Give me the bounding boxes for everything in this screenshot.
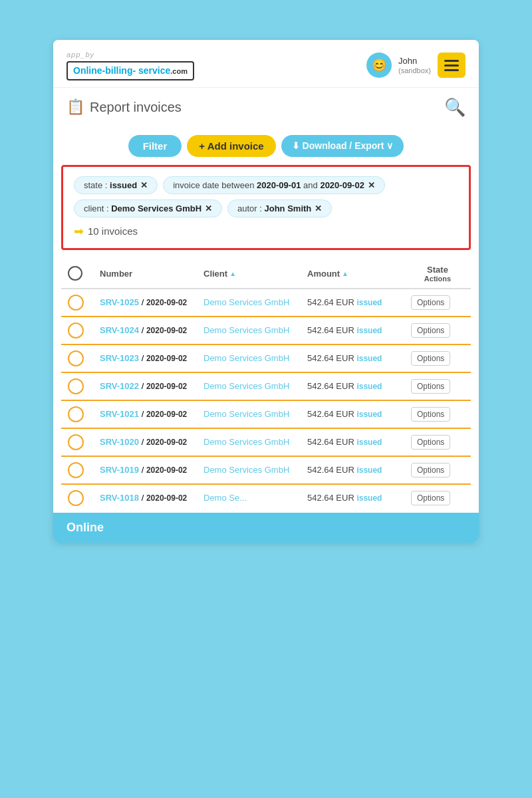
invoice-state-0: issued [356,298,382,307]
invoice-client-6: Demo Services GmbH [203,465,307,475]
invoice-link-5[interactable]: SRV-1020 [100,437,139,447]
row-select-3[interactable] [68,378,100,394]
download-export-button[interactable]: ⬇ Download / Export ∨ [281,135,404,157]
options-button-1[interactable]: Options [411,323,450,338]
client-filter-remove-icon[interactable]: ✕ [205,203,212,213]
row-select-5[interactable] [68,434,100,450]
invoice-actions-6: Options [411,463,464,477]
options-button-3[interactable]: Options [411,379,450,394]
invoice-number-5: SRV-1020 / 2020-09-02 [100,437,203,447]
col-state-label-wrap: State [427,265,448,275]
state-filter-remove-icon[interactable]: ✕ [140,180,148,190]
options-button-4[interactable]: Options [411,407,450,422]
invoice-link-0[interactable]: SRV-1025 [100,297,139,307]
col-state-label: State [427,265,448,275]
invoice-client-5: Demo Services GmbH [203,437,307,447]
autor-filter-remove-icon[interactable]: ✕ [315,203,322,213]
col-header-client[interactable]: Client ▲ [203,269,307,279]
table-row: SRV-1023 / 2020-09-02 Demo Services GmbH… [61,345,471,373]
client-sort-icon: ▲ [229,270,236,277]
invoice-amount-4: 542.64 EUR issued [307,409,411,419]
select-all-checkbox[interactable] [68,266,82,281]
menu-line3 [444,69,459,71]
logo-section: app_by Online-billing- service.com [66,51,194,80]
menu-button[interactable] [438,53,466,78]
options-button-6[interactable]: Options [411,463,450,477]
invoice-client-7: Demo Se... [203,493,307,503]
search-icon[interactable]: 🔍 [444,97,466,118]
invoice-client-3: Demo Services GmbH [203,381,307,391]
row-select-4[interactable] [68,406,100,422]
app-by-label: app_by [66,51,194,59]
invoice-date-5: 2020-09-02 [146,438,187,447]
invoice-amount-6: 542.64 EUR issued [307,465,411,475]
invoice-count-label: 10 invoices [88,225,138,237]
col-header-amount[interactable]: Amount ▲ [307,269,411,279]
invoice-client-4: Demo Services GmbH [203,409,307,419]
invoice-amount-5: 542.64 EUR issued [307,437,411,447]
invoice-actions-1: Options [411,323,464,338]
autor-filter-label: autor : John Smith [237,203,311,213]
user-name: John [398,56,431,66]
invoice-link-2[interactable]: SRV-1023 [100,353,139,363]
options-button-2[interactable]: Options [411,351,450,366]
invoice-state-7: issued [356,493,382,503]
user-info: John (sandbox) [398,56,431,75]
invoice-state-1: issued [356,326,382,335]
date-filter-remove-icon[interactable]: ✕ [368,180,375,190]
options-button-0[interactable]: Options [411,295,450,310]
invoice-number-0: SRV-1025 / 2020-09-02 [100,297,203,307]
col-number-label: Number [100,269,132,279]
invoice-number-1: SRV-1024 / 2020-09-02 [100,325,203,335]
invoice-link-7[interactable]: SRV-1018 [100,493,139,503]
invoice-amount-3: 542.64 EUR issued [307,381,411,391]
menu-line2 [444,65,459,66]
logo-com: .com [170,67,188,75]
menu-line1 [444,60,459,62]
options-button-7[interactable]: Options [411,491,450,505]
client-filter-tag[interactable]: client : Demo Services GmbH ✕ [74,200,222,217]
invoice-date-0: 2020-09-02 [146,298,187,307]
invoice-date-6: 2020-09-02 [146,466,187,475]
page-title-bar: 📋 Report invoices 🔍 [53,87,479,127]
arrow-right-icon: ➡ [74,224,84,239]
invoice-link-1[interactable]: SRV-1024 [100,325,139,335]
invoice-state-5: issued [356,438,382,447]
table-rows: SRV-1025 / 2020-09-02 Demo Services GmbH… [61,289,471,511]
logo-line2: service [138,65,170,76]
row-select-0[interactable] [68,295,100,311]
invoice-amount-2: 542.64 EUR issued [307,353,411,363]
col-header-select [68,266,100,281]
date-filter-tag[interactable]: invoice date between 2020-09-01 and 2020… [163,176,385,194]
header: app_by Online-billing- service.com 😊 Joh… [53,40,479,87]
invoice-link-4[interactable]: SRV-1021 [100,409,139,419]
page-title-text: Report invoices [90,100,182,115]
autor-filter-tag[interactable]: autor : John Smith ✕ [227,200,332,217]
user-avatar: 😊 [366,53,392,78]
col-client-label: Client [203,269,227,279]
table-row: SRV-1022 / 2020-09-02 Demo Services GmbH… [61,373,471,401]
invoice-actions-0: Options [411,295,464,310]
row-select-1[interactable] [68,323,100,338]
filter-button[interactable]: Filter [128,135,182,157]
amount-sort-icon: ▲ [342,270,348,277]
invoice-link-6[interactable]: SRV-1019 [100,465,139,475]
invoice-date-2: 2020-09-02 [146,354,187,363]
invoice-actions-5: Options [411,435,464,450]
row-select-2[interactable] [68,350,100,366]
invoice-count: ➡ 10 invoices [74,224,458,239]
invoice-amount-0: 542.64 EUR issued [307,297,411,307]
col-header-state-actions: State Actions [411,265,464,283]
row-select-7[interactable] [68,490,100,506]
row-select-6[interactable] [68,462,100,478]
add-invoice-button[interactable]: + Add invoice [187,135,275,157]
table-row: SRV-1025 / 2020-09-02 Demo Services GmbH… [61,289,471,317]
invoice-link-3[interactable]: SRV-1022 [100,381,139,391]
invoice-state-3: issued [356,382,382,391]
table-row: SRV-1024 / 2020-09-02 Demo Services GmbH… [61,317,471,345]
invoice-actions-2: Options [411,351,464,366]
options-button-5[interactable]: Options [411,435,450,450]
logo-line1: Online-billing- [73,65,136,76]
state-filter-tag[interactable]: state : issued ✕ [74,176,158,194]
invoice-table: Number Client ▲ Amount ▲ State Actions [61,259,471,511]
